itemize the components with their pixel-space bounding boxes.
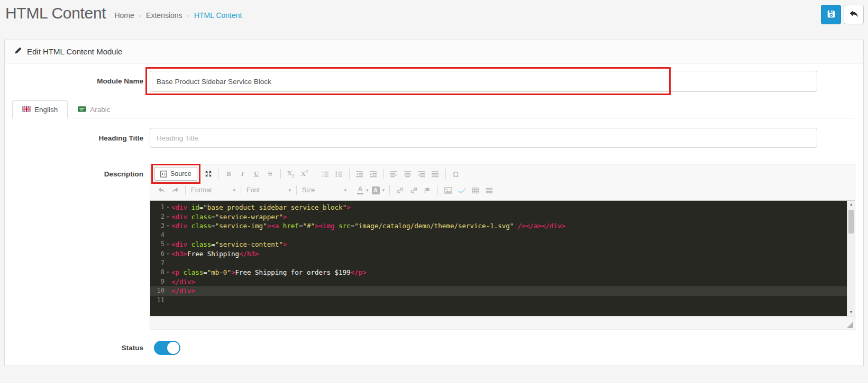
maximize-button[interactable] xyxy=(202,167,215,180)
redo-button[interactable] xyxy=(168,184,182,197)
tab-arabic[interactable]: Arabic xyxy=(68,100,120,118)
unlink-button[interactable] xyxy=(407,184,421,197)
toolbar-separator xyxy=(315,169,315,179)
toolbar-separator xyxy=(218,169,219,179)
fold-gutter xyxy=(165,231,171,240)
page-title: HTML Content xyxy=(5,4,106,22)
size-dropdown-label: Size xyxy=(302,186,315,194)
special-character-button[interactable]: Ω xyxy=(449,167,463,180)
pencil-icon xyxy=(14,47,22,56)
align-justify-button[interactable] xyxy=(428,167,442,180)
align-left-button[interactable] xyxy=(387,167,401,180)
panel-heading: Edit HTML Content Module xyxy=(5,40,863,63)
scrollbar-thumb[interactable] xyxy=(848,210,854,233)
text-color-button[interactable]: A▾ xyxy=(355,184,370,197)
source-code-editor[interactable]: 1▾<div id="base_product_sidebar_service_… xyxy=(150,200,855,316)
fold-arrow-icon[interactable]: ▾ xyxy=(165,240,171,249)
source-button[interactable]: Source xyxy=(154,167,197,181)
save-button[interactable] xyxy=(821,5,841,24)
format-dropdown[interactable]: Format▾ xyxy=(189,184,237,196)
toolbar-separator xyxy=(445,169,446,179)
italic-button[interactable]: I xyxy=(236,167,250,180)
page-header: HTML Content Home›Extensions›HTML Conten… xyxy=(0,0,868,24)
background-color-button[interactable]: A▾ xyxy=(370,184,387,197)
breadcrumb-separator-icon: › xyxy=(187,12,189,20)
code-text: <p class="mb-0">Free Shipping for orders… xyxy=(171,268,367,277)
superscript-button[interactable]: X2 xyxy=(298,167,312,180)
editor-scrollbar[interactable]: ▲ ▼ xyxy=(847,201,855,316)
tab-english[interactable]: English xyxy=(12,100,68,118)
indent-button[interactable] xyxy=(367,167,380,180)
bulleted-list-button[interactable] xyxy=(332,167,346,180)
code-text: <div class="service-content"> xyxy=(171,240,287,249)
fold-arrow-icon[interactable]: ▾ xyxy=(165,212,171,222)
source-icon xyxy=(160,171,167,178)
panel-title: Edit HTML Content Module xyxy=(27,47,122,56)
breadcrumb-item-html-content[interactable]: HTML Content xyxy=(194,11,242,20)
horizontal-rule-button[interactable] xyxy=(482,184,496,197)
edit-panel: Edit HTML Content Module Module Name Eng… xyxy=(4,40,864,366)
editor-toolbar-row2: Format▾Font▾Size▾A▾A▾ xyxy=(150,183,855,200)
status-toggle[interactable] xyxy=(154,341,180,355)
strikethrough-button[interactable]: S xyxy=(263,167,277,180)
link-button[interactable] xyxy=(393,184,407,197)
fold-arrow-icon[interactable]: ▾ xyxy=(165,203,171,212)
scroll-up-icon[interactable]: ▲ xyxy=(847,201,855,208)
outdent-button[interactable] xyxy=(353,167,367,180)
undo-button[interactable] xyxy=(154,184,168,197)
fold-arrow-icon[interactable]: ▾ xyxy=(165,221,171,231)
heading-title-input[interactable] xyxy=(150,128,817,148)
fold-arrow-icon[interactable]: ▾ xyxy=(165,249,171,259)
line-number: 1 xyxy=(150,203,165,212)
align-justify-icon xyxy=(432,171,439,178)
table-button[interactable] xyxy=(469,184,482,197)
code-line: 7 xyxy=(150,259,847,268)
breadcrumb-item-extensions[interactable]: Extensions xyxy=(146,11,182,20)
line-number: 7 xyxy=(150,259,165,268)
file-manager-button[interactable] xyxy=(455,184,469,197)
back-button[interactable] xyxy=(844,5,864,24)
code-text: </div> xyxy=(171,277,195,287)
font-dropdown[interactable]: Font▾ xyxy=(244,184,293,196)
scroll-down-icon[interactable]: ▼ xyxy=(847,309,855,316)
maximize-icon xyxy=(205,170,212,178)
uk-flag-icon xyxy=(22,106,31,114)
text-color-icon: A xyxy=(357,186,363,194)
source-button-wrapper: Source xyxy=(154,167,197,181)
bold-button[interactable]: B xyxy=(222,167,236,180)
description-label: Description xyxy=(11,164,150,330)
editor-toolbar-row1: SourceBIUSX2X212Ω xyxy=(150,164,855,183)
breadcrumb-item-home[interactable]: Home xyxy=(114,11,134,20)
image-icon xyxy=(444,187,452,194)
svg-text:1: 1 xyxy=(322,171,323,174)
breadcrumb-separator-icon: › xyxy=(139,12,141,20)
module-name-label: Module Name xyxy=(11,71,150,92)
outdent-icon xyxy=(356,171,363,178)
superscript-icon: X2 xyxy=(301,169,308,178)
align-center-button[interactable] xyxy=(401,167,415,180)
description-editor: SourceBIUSX2X212Ω Format▾Font▾Size▾A▾A▾ … xyxy=(150,164,855,330)
module-name-input[interactable] xyxy=(150,71,817,92)
anchor-button[interactable] xyxy=(421,184,434,197)
line-number: 5 xyxy=(150,240,165,249)
horizontal-rule-icon xyxy=(486,187,493,194)
numbered-list-button[interactable]: 12 xyxy=(318,167,332,180)
line-number: 3 xyxy=(150,221,165,231)
underline-button[interactable]: U xyxy=(250,167,263,180)
code-line: 10</div> xyxy=(150,286,847,296)
fold-gutter xyxy=(165,259,171,268)
chevron-down-icon: ▾ xyxy=(288,188,291,193)
line-number: 9 xyxy=(150,277,165,287)
align-right-button[interactable] xyxy=(415,167,428,180)
subscript-button[interactable]: X2 xyxy=(284,167,298,180)
code-line: 11 xyxy=(150,296,847,305)
line-number: 8 xyxy=(150,268,165,277)
image-button[interactable] xyxy=(441,184,455,197)
size-dropdown[interactable]: Size▾ xyxy=(300,184,349,196)
fold-arrow-icon[interactable]: ▾ xyxy=(165,268,171,277)
line-number: 10 xyxy=(150,286,165,296)
toolbar-separator xyxy=(389,185,390,195)
resize-grip-icon[interactable] xyxy=(847,322,853,328)
fold-gutter xyxy=(165,277,171,287)
line-number: 11 xyxy=(150,296,165,305)
